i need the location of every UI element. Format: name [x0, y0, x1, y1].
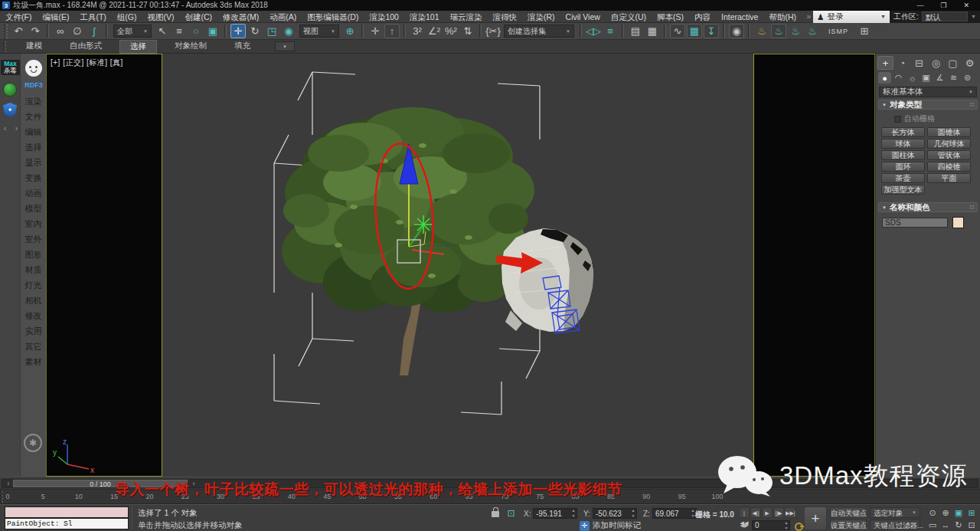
orbit-icon[interactable]: ↻	[952, 520, 965, 530]
object-type-button[interactable]: 圆锥体	[927, 127, 971, 137]
rollout-object-type[interactable]: ▼ 对象类型 ∷	[878, 100, 978, 110]
select-and-scale-icon[interactable]: ◳	[264, 24, 279, 38]
zoom-all-icon[interactable]: ⊕	[939, 507, 952, 518]
percent-snap-icon[interactable]: %²	[443, 24, 459, 38]
object-type-button[interactable]: 球体	[881, 139, 925, 149]
object-type-button[interactable]: 长方体	[881, 127, 925, 137]
ribbon-tab[interactable]: 填充	[224, 40, 260, 54]
sidebar-item[interactable]: 灯光	[21, 277, 46, 293]
selection-lock-icon[interactable]	[492, 511, 499, 517]
menu-item[interactable]: 内容	[689, 11, 716, 23]
key-filters-button[interactable]: 关键点过滤器...	[870, 520, 920, 530]
ribbon-tab[interactable]: 选择	[119, 40, 157, 54]
pan-icon[interactable]: ↔	[939, 520, 952, 530]
reference-coordinate-dropdown[interactable]: 视图▼	[299, 25, 339, 38]
object-type-button[interactable]: 管状体	[927, 150, 971, 160]
category-systems[interactable]: ⊚	[961, 72, 974, 84]
object-type-button[interactable]: 四棱锥	[927, 162, 971, 172]
sidebar-item[interactable]: 其它	[21, 339, 46, 354]
menu-item[interactable]: 渲染101	[404, 11, 445, 23]
sidebar-item[interactable]: 修改	[21, 308, 46, 323]
y-spinner[interactable]: ▲▼	[630, 508, 636, 519]
sidebar-item[interactable]: 相机	[21, 293, 46, 308]
menu-item[interactable]: 渲染(R)	[522, 11, 560, 23]
viewport[interactable]: [+] [正交] [标准] [真]	[46, 54, 875, 477]
selection-region-icon[interactable]: ○	[188, 24, 204, 38]
previous-frame-button[interactable]: ◀||	[750, 507, 761, 518]
play-button[interactable]: ▶	[762, 507, 773, 518]
material-editor-icon[interactable]: ◉	[729, 24, 744, 38]
wall-scan-object[interactable]	[501, 228, 593, 332]
select-and-rotate-icon[interactable]: ↻	[247, 24, 263, 38]
ribbon-tab[interactable]: 建模	[16, 40, 52, 54]
rendered-frame-window-icon[interactable]: ♨	[771, 24, 786, 38]
category-lights[interactable]: ☼	[906, 72, 919, 84]
tab-hierarchy[interactable]: ⊟	[911, 56, 927, 70]
sidebar-item[interactable]: 变换	[21, 170, 46, 185]
previous-frame-arrow[interactable]: ‹	[5, 480, 12, 487]
workspace-selector[interactable]: 工作区: 默认 ▼	[890, 11, 980, 23]
object-type-button[interactable]: 茶壶	[881, 173, 925, 183]
menu-item[interactable]: 工具(T)	[74, 11, 111, 23]
menu-overflow-icon[interactable]: »	[804, 12, 813, 21]
undo-icon[interactable]: ↶	[11, 24, 26, 38]
next-frame-button[interactable]: ||▶	[773, 507, 784, 518]
tab-modify[interactable]: ◔	[894, 56, 910, 70]
menu-item[interactable]: 创建(C)	[180, 11, 218, 23]
selection-filter-dropdown[interactable]: 全部▼	[113, 25, 152, 38]
x-spinner[interactable]: ▲▼	[570, 508, 577, 519]
sidebar-item[interactable]: 动画	[21, 185, 46, 201]
redo-icon[interactable]: ↷	[28, 24, 43, 38]
layer-manager-icon[interactable]: ▤	[628, 24, 643, 38]
viewport-scene[interactable]	[162, 54, 753, 477]
viewport-layout-icon[interactable]: ⊞	[857, 24, 872, 38]
set-keys-button[interactable]: +	[804, 506, 827, 530]
autogrid-checkbox[interactable]	[894, 116, 901, 123]
window-crossing-icon[interactable]: ▣	[205, 24, 220, 38]
menu-item[interactable]: 动画(A)	[264, 11, 302, 23]
menu-item[interactable]: 瑞云渲染	[444, 11, 487, 23]
zoom-extents-icon[interactable]: ▣	[952, 507, 965, 518]
sidebar-item[interactable]: 室外	[21, 231, 46, 247]
object-color-swatch[interactable]	[952, 217, 964, 228]
ribbon-tab[interactable]: 自由形式	[60, 40, 112, 54]
sidebar-item[interactable]: 室内	[21, 216, 46, 231]
close-button[interactable]: ✕	[963, 2, 969, 9]
sidebar-item[interactable]: 模型	[21, 201, 46, 216]
category-helpers[interactable]: ∡	[933, 72, 946, 84]
menu-item[interactable]: 脚本(S)	[652, 11, 689, 23]
category-space-warps[interactable]: ≋	[947, 72, 960, 84]
settings-gear-icon[interactable]: ✱	[24, 434, 42, 452]
object-type-button[interactable]: 几何球体	[927, 139, 971, 149]
login-button[interactable]: ♟ 登录 ▼	[813, 11, 890, 23]
auto-key-button[interactable]: 自动关键点	[830, 507, 867, 518]
keyboard-override-icon[interactable]: ↑	[384, 24, 400, 38]
key-mode-icon[interactable]	[795, 521, 804, 530]
sidebar-item[interactable]: 材质	[21, 262, 46, 277]
menu-item[interactable]: 图形编辑器(D)	[302, 11, 364, 23]
mirror-icon[interactable]: ◁▷	[586, 24, 601, 38]
render-iterative-icon[interactable]: ♨	[805, 24, 820, 38]
render-setup-icon[interactable]: ♨	[754, 24, 769, 38]
sidebar-item[interactable]: 实用	[21, 323, 46, 339]
collapse-right-icon[interactable]: ›	[15, 124, 18, 133]
scene-explorer-icon[interactable]: ▦	[645, 24, 660, 38]
rollout-name-color[interactable]: ▼ 名称和颜色 ∷	[878, 202, 978, 212]
zoom-region-icon[interactable]: ▭	[926, 520, 939, 530]
object-name-field[interactable]: SDS	[882, 218, 948, 228]
sidebar-item[interactable]: 显示	[21, 155, 46, 170]
object-type-button[interactable]: 圆环	[881, 162, 925, 172]
sidebar-item[interactable]: 素材	[21, 354, 46, 369]
go-to-end-button[interactable]: ▶▶|	[785, 507, 795, 518]
frame-spinner[interactable]: ▲▼	[783, 520, 789, 531]
maximize-viewport-icon[interactable]: ⊡	[965, 520, 978, 530]
maxscript-listener-pink[interactable]	[5, 506, 129, 518]
angle-snap-icon[interactable]: ∠²	[426, 24, 442, 38]
key-step-icon[interactable]: ◀▶	[739, 520, 750, 530]
named-selection-dropdown[interactable]: 创建选择集▼	[504, 25, 574, 38]
sidebar-item[interactable]: 编辑	[21, 124, 46, 139]
restore-button[interactable]: ❐	[940, 2, 946, 9]
select-and-place-icon[interactable]: ◉	[281, 24, 296, 38]
ribbon-minimize-icon[interactable]: ▾	[275, 41, 295, 51]
snaps-toggle-3d-icon[interactable]: 3²	[410, 24, 425, 38]
